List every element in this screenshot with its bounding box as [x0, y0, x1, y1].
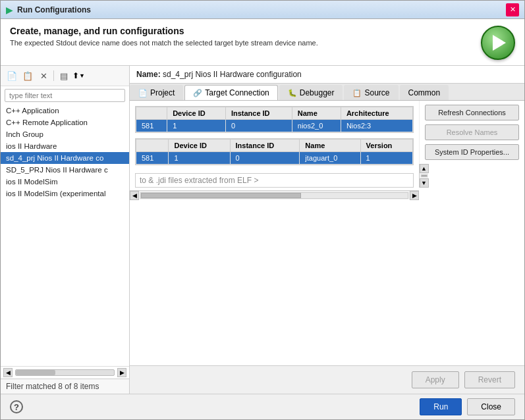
resolve-names-button[interactable]: Resolve Names [425, 124, 519, 140]
toolbar-separator [53, 70, 54, 81]
source-tab-icon: 📋 [352, 89, 362, 97]
name-bar: Name: sd_4_prj Nios II Hardware configur… [130, 66, 524, 84]
v-scroll-track[interactable] [421, 174, 428, 177]
upper-row0-col2: 0 [225, 120, 292, 132]
refresh-connections-button[interactable]: Refresh Connections [425, 105, 519, 120]
new-config-button[interactable]: 📄 [5, 68, 19, 83]
main-body: 📄 📋 ✕ ▤ ⬆ ▼ C++ Application C++ Remote A… [1, 66, 524, 394]
header-subtitle: The expected Stdout device name does not… [10, 39, 318, 47]
header-title: Create, manage, and run configurations [10, 26, 318, 36]
header-text: Create, manage, and run configurations T… [10, 26, 318, 47]
sidebar-item-cpp-remote[interactable]: C++ Remote Application [1, 117, 129, 128]
v-scroll-thumb [422, 175, 427, 176]
sidebar-item-nios2-modelsim-exp[interactable]: ios II ModelSim (experimental [1, 188, 129, 199]
tab-common[interactable]: Common [400, 85, 449, 100]
tab-target-connection[interactable]: 🔗 Target Connection [184, 85, 277, 100]
upper-row0-col1: 1 [167, 120, 226, 132]
tab-source-label: Source [364, 88, 389, 97]
tab-debugger[interactable]: 🐛 Debugger [279, 85, 343, 100]
run-triangle-icon [493, 35, 506, 51]
v-scrollbar: ▲ ▼ [419, 164, 428, 188]
help-button[interactable]: ? [10, 400, 23, 413]
system-id-properties-button[interactable]: System ID Properties... [425, 144, 519, 160]
upper-col-name: Name [292, 107, 341, 120]
lower-col-0 [136, 140, 169, 152]
sidebar-scroll-right[interactable]: ▶ [117, 368, 126, 377]
lower-row0-col3: jtaguart_0 [300, 152, 360, 165]
run-button[interactable]: Run [420, 398, 462, 415]
sidebar-scroll-left[interactable]: ◀ [3, 368, 13, 377]
copy-config-button[interactable]: 📋 [20, 68, 35, 83]
sidebar-scrollbar-row: ◀ ▶ [1, 366, 129, 379]
right-panel: Refresh Connections Resolve Names System… [419, 101, 524, 365]
h-scroll-right-btn[interactable]: ▶ [410, 191, 419, 200]
upper-table-row[interactable]: 581 1 0 nios2_0 Nios2:3 [136, 120, 413, 132]
header-section: Create, manage, and run configurations T… [1, 19, 524, 66]
delete-config-button[interactable]: ✕ [36, 68, 51, 83]
tabs: 📄 Project 🔗 Target Connection 🐛 Debugger… [130, 84, 524, 101]
tab-project[interactable]: 📄 Project [130, 85, 183, 100]
h-scroll-thumb [141, 193, 301, 198]
title-bar-left: ▶ Run Configurations [6, 5, 91, 15]
sidebar-scrollbar[interactable] [15, 369, 115, 376]
upper-table-section: Device ID Instance ID Name Architecture … [135, 106, 414, 133]
footer-buttons: Run Close [420, 398, 515, 415]
lower-table-row[interactable]: 581 1 0 jtaguart_0 1 [136, 152, 413, 165]
sort-dropdown[interactable]: ⬆ ▼ [72, 71, 85, 80]
name-label: Name: [136, 70, 163, 79]
apply-button[interactable]: Apply [412, 371, 459, 388]
sidebar-item-sd4-nios2[interactable]: sd_4_prj Nios II Hardware co [1, 152, 129, 164]
filter-button[interactable]: ▤ [57, 68, 71, 83]
upper-col-device-id: Device ID [167, 107, 226, 120]
lower-table-container: Device ID Instance ID Name Version 581 [135, 138, 414, 165]
upper-col-0 [136, 107, 167, 120]
revert-button[interactable]: Revert [464, 371, 515, 388]
content-area: Device ID Instance ID Name Architecture … [130, 101, 524, 365]
v-scroll-up-btn[interactable]: ▲ [420, 164, 429, 173]
target-tab-icon: 🔗 [193, 89, 202, 97]
filter-input[interactable] [5, 89, 125, 102]
upper-row0-col0: 581 [136, 120, 167, 132]
window-icon: ▶ [6, 5, 13, 15]
sidebar-item-nios2-hw[interactable]: ios II Hardware [1, 140, 129, 152]
upper-col-instance-id: Instance ID [225, 107, 292, 120]
h-scroll-track[interactable] [140, 192, 408, 199]
sidebar-toolbar: 📄 📋 ✕ ▤ ⬆ ▼ [1, 66, 129, 86]
h-scroll-left-btn[interactable]: ◀ [130, 191, 139, 200]
lower-table: Device ID Instance ID Name Version 581 [136, 139, 413, 165]
window-title: Run Configurations [17, 5, 91, 14]
upper-table: Device ID Instance ID Name Architecture … [136, 107, 413, 132]
config-name-value: sd_4_prj Nios II Hardware configuration [163, 70, 302, 79]
lower-table-section: Device ID Instance ID Name Version 581 [135, 138, 414, 165]
run-circle-button[interactable] [481, 26, 515, 60]
upper-col-arch: Architecture [341, 107, 412, 120]
sidebar-item-sd5-nios2[interactable]: SD_5_PRJ Nios II Hardware c [1, 164, 129, 176]
path-bar: to & .jdi files extracted from ELF > [135, 173, 414, 188]
sort-icon: ⬆ [72, 71, 79, 80]
sidebar-item-inch-group[interactable]: Inch Group [1, 128, 129, 140]
lower-row0-col1: 1 [169, 152, 230, 165]
action-buttons-bar: Apply Revert [130, 365, 524, 394]
close-button[interactable]: Close [467, 398, 515, 415]
upper-row0-col3: nios2_0 [292, 120, 341, 132]
lower-col-name: Name [300, 140, 360, 152]
sidebar: 📄 📋 ✕ ▤ ⬆ ▼ C++ Application C++ Remote A… [1, 66, 130, 394]
content-scroll-area: Device ID Instance ID Name Architecture … [130, 101, 419, 365]
sidebar-item-cpp-app[interactable]: C++ Application [1, 105, 129, 117]
tab-target-label: Target Connection [205, 88, 269, 97]
sidebar-item-nios2-modelsim[interactable]: ios II ModelSim [1, 176, 129, 188]
sidebar-footer: Filter matched 8 of 8 items [1, 379, 129, 394]
lower-row0-col0: 581 [136, 152, 169, 165]
tab-common-label: Common [408, 88, 441, 97]
debugger-tab-icon: 🐛 [288, 89, 297, 97]
tab-source[interactable]: 📋 Source [344, 85, 398, 100]
filter-matched-text: Filter matched 8 of 8 items [6, 382, 99, 391]
lower-row0-col2: 0 [230, 152, 300, 165]
footer-bar: ? Run Close [1, 394, 524, 419]
v-scroll-down-btn[interactable]: ▼ [420, 178, 429, 188]
tab-debugger-label: Debugger [300, 88, 335, 97]
close-window-button[interactable]: ✕ [506, 3, 519, 16]
title-bar: ▶ Run Configurations ✕ [1, 1, 524, 19]
content-panel: Name: sd_4_prj Nios II Hardware configur… [130, 66, 524, 394]
project-tab-icon: 📄 [138, 89, 148, 97]
